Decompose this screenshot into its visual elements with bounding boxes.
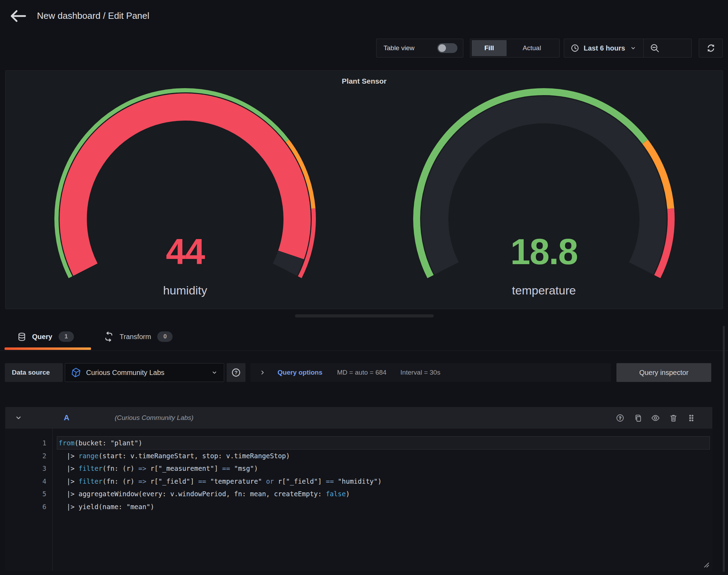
eye-icon [651,413,660,423]
sync-arrows-icon [706,43,716,53]
drag-query-handle[interactable] [687,413,696,422]
tab-transform-count: 0 [157,331,173,342]
line-number: 4 [19,475,46,488]
chevron-down-icon [211,369,218,376]
code-lines: from(bucket: "plant") |> range(start: v.… [59,437,702,513]
time-range-label: Last 6 hours [584,44,625,52]
actual-button[interactable]: Actual [507,40,557,56]
humidity-label: humidity [94,284,276,297]
query-options-link[interactable]: Query options [278,369,323,376]
time-range-group: Last 6 hours [564,39,692,58]
resize-corner-icon[interactable] [702,560,710,569]
max-data-points-stat: MD = auto = 684 [337,369,387,376]
code-line[interactable]: |> filter(fn: (r) => r["_field"] == "tem… [59,475,702,488]
tab-transform-label: Transform [120,333,151,341]
code-line[interactable]: |> yield(name: "mean") [59,500,702,513]
pane-resize-handle[interactable] [295,314,434,317]
table-view-group: Table view [376,39,463,58]
chevron-down-icon[interactable] [14,414,23,422]
transform-arrows-icon [104,331,114,342]
magnifier-minus-icon [650,43,660,53]
temperature-label: temperature [453,284,635,297]
datasource-name: Curious Community Labs [86,369,165,377]
page-title: New dashboard / Edit Panel [37,10,149,21]
line-number: 3 [19,462,46,475]
svg-text:?: ? [619,415,621,420]
tab-query-count: 1 [59,331,74,342]
toggle-visibility-button[interactable] [651,413,660,422]
query-options-bar: Query options MD = auto = 684 Interval =… [250,363,611,382]
refresh-button[interactable] [699,39,723,58]
flux-code-editor[interactable]: 123456 from(bucket: "plant") |> range(st… [5,429,712,571]
tab-transform[interactable]: Transform 0 [99,325,190,348]
datasource-label: Data source [5,363,63,382]
gutter-divider [52,429,53,571]
trash-icon [669,414,678,422]
time-range-picker[interactable]: Last 6 hours [564,39,643,57]
fill-button[interactable]: Fill [472,40,507,56]
code-line[interactable]: |> filter(fn: (r) => r["_measurement"] =… [59,462,702,475]
query-ref-id: A [64,413,69,422]
humidity-value: 44 [94,231,276,273]
active-tab-indicator [5,347,91,350]
query-editor-card: A (Curious Community Labs) ? [5,407,712,571]
chevron-down-icon [629,44,637,52]
query-inspector-button[interactable]: Query inspector [616,363,711,382]
clock-icon [570,44,579,53]
table-view-toggle[interactable] [437,43,457,53]
question-circle-icon: ? [616,414,624,422]
svg-text:?: ? [235,370,238,375]
grip-dots-icon [687,414,696,422]
line-number: 2 [19,450,46,462]
code-line[interactable]: |> range(start: v.timeRangeStart, stop: … [59,450,702,462]
datasource-picker[interactable]: Curious Community Labs [65,363,224,382]
plant-sensor-panel: Plant Sensor 44 humidity 18.8 temperatur… [5,70,723,309]
query-row-actions: ? [615,413,696,422]
zoom-out-button[interactable] [644,39,666,57]
query-datasource-hint: (Curious Community Labs) [115,414,194,422]
toggle-knob [438,44,446,52]
influx-cube-icon [71,367,81,378]
chevron-right-icon[interactable] [259,369,266,376]
arrow-left-icon [10,9,26,23]
fill-actual-segmented: Fill Actual [470,39,560,58]
vertical-scrollbar[interactable] [723,326,725,572]
interval-stat: Interval = 30s [400,369,440,376]
editor-tabs: Query 1 Transform 0 [0,325,728,351]
query-row-header[interactable]: A (Curious Community Labs) ? [5,407,712,429]
code-line[interactable]: from(bucket: "plant") [59,437,702,450]
datasource-help-button[interactable]: ? [227,363,245,382]
grafana-edit-panel-screen: New dashboard / Edit Panel Table view Fi… [0,0,728,575]
duplicate-query-button[interactable] [633,413,642,422]
tab-query[interactable]: Query 1 [5,325,91,348]
question-circle-icon: ? [231,368,241,377]
table-view-label: Table view [384,44,415,52]
code-gutter: 123456 [19,437,46,513]
back-button[interactable] [9,8,27,24]
delete-query-button[interactable] [669,413,678,422]
line-number: 5 [19,488,46,500]
code-line[interactable]: |> aggregateWindow(every: v.windowPeriod… [59,488,702,500]
copy-icon [634,414,642,422]
line-number: 6 [19,500,46,513]
temperature-value: 18.8 [453,231,635,273]
tab-query-label: Query [32,333,52,341]
tabs-divider [0,351,728,351]
line-number: 1 [19,437,46,450]
database-icon [17,332,26,342]
query-help-button[interactable]: ? [615,413,624,422]
